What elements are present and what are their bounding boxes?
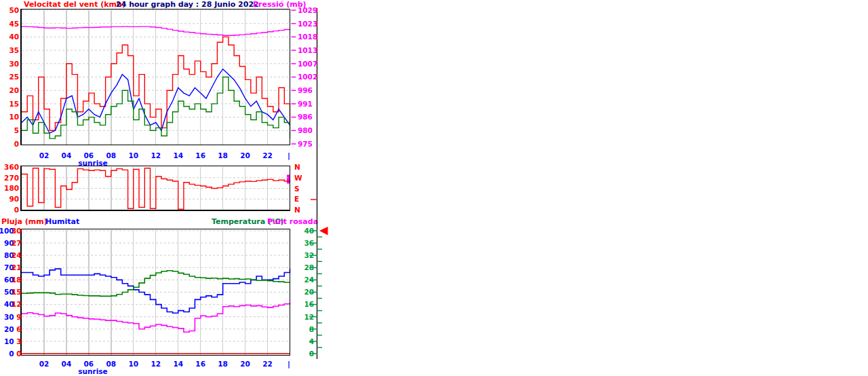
compass-axis-label: N bbox=[294, 206, 300, 214]
wind-axis-label: 40 bbox=[9, 33, 19, 41]
temp-axis-label: 40 bbox=[304, 227, 314, 235]
temp-axis-label: 28 bbox=[304, 263, 314, 271]
x-axis-label-top: 20 bbox=[240, 151, 250, 159]
weather-graph-page: Velocitat del vent (kmh) 24 hour graph d… bbox=[0, 0, 868, 376]
x-axis-label-top: 04 bbox=[62, 151, 72, 159]
x-axis-label-top: 14 bbox=[173, 151, 183, 159]
rain-axis-label: 9 bbox=[16, 313, 21, 321]
temp-axis-label: 4 bbox=[309, 337, 314, 345]
dew-point-header: Punt rosada bbox=[267, 217, 318, 226]
rain-header: Pluja (mm) bbox=[1, 217, 47, 226]
rain-axis-label: 30 bbox=[12, 227, 22, 235]
x-axis-end-tick-bottom: | bbox=[288, 360, 290, 369]
x-axis-label-top: 18 bbox=[218, 151, 228, 159]
x-axis-label-bottom: 08 bbox=[106, 360, 117, 368]
direction-current-marker-icon bbox=[287, 175, 290, 184]
direction-axis-label: 0 bbox=[14, 206, 19, 214]
rain-axis-label: 3 bbox=[16, 337, 21, 345]
temp-axis-label: 0 bbox=[309, 350, 314, 358]
x-axis-label-bottom: 12 bbox=[151, 360, 161, 368]
x-axis-label-bottom: 02 bbox=[39, 360, 50, 368]
x-axis-label-bottom: 18 bbox=[218, 360, 228, 368]
pressure-axis-label: 1023 bbox=[298, 20, 317, 28]
pressure-axis-label: 1007 bbox=[298, 60, 317, 68]
x-axis-label-top: 06 bbox=[84, 151, 94, 159]
temp-axis-label: 36 bbox=[304, 239, 314, 247]
rain-axis-label: 24 bbox=[12, 251, 22, 259]
x-axis-end-tick-top: | bbox=[288, 151, 290, 160]
pressure-axis-label: 1002 bbox=[298, 73, 317, 81]
x-axis-label-top: 12 bbox=[151, 151, 161, 159]
temp-axis-label: 16 bbox=[304, 300, 314, 308]
compass-axis-label: N bbox=[294, 163, 300, 171]
pressure-axis-label: 980 bbox=[298, 126, 313, 134]
wind-axis-label: 25 bbox=[9, 73, 19, 81]
x-axis-label-top: 02 bbox=[39, 151, 50, 159]
sunrise-label-bottom: sunrise bbox=[78, 367, 107, 375]
wind-axis-label: 35 bbox=[9, 46, 19, 54]
weather-graphs-canvas: Velocitat del vent (kmh) 24 hour graph d… bbox=[0, 0, 868, 376]
x-axis-label-bottom: 14 bbox=[173, 360, 183, 368]
page-title: 24 hour graph day : 28 Junio 2022 bbox=[116, 0, 259, 9]
wind-speed-header: Velocitat del vent (kmh) bbox=[24, 0, 125, 9]
rain-axis-label: 21 bbox=[12, 263, 22, 271]
humidity-header: Humitat bbox=[45, 217, 79, 226]
rain-axis-label: 15 bbox=[12, 288, 22, 296]
rain-axis-label: 18 bbox=[12, 276, 22, 284]
wind-axis-label: 20 bbox=[9, 86, 19, 94]
x-axis-label-bottom: 16 bbox=[195, 360, 205, 368]
compass-axis-label: W bbox=[294, 174, 302, 182]
current-value-arrow-icon bbox=[319, 227, 328, 236]
x-axis-label-top: 10 bbox=[128, 151, 138, 159]
humidity-axis-label: 30 bbox=[4, 313, 14, 321]
direction-axis-label: 360 bbox=[4, 163, 19, 171]
wind-axis-label: 30 bbox=[9, 60, 19, 68]
rain-axis-label: 0 bbox=[16, 350, 21, 358]
wind-axis-label: 15 bbox=[9, 100, 19, 108]
wind-axis-label: 0 bbox=[14, 140, 19, 148]
temp-axis-label: 8 bbox=[309, 325, 314, 333]
direction-axis-label: 180 bbox=[4, 184, 19, 192]
temp-axis-label: 20 bbox=[304, 288, 314, 296]
x-axis-label-bottom: 20 bbox=[240, 360, 250, 368]
pressure-axis-label: 1029 bbox=[298, 6, 317, 14]
compass-axis-label: E bbox=[294, 195, 299, 203]
direction-axis-label: 270 bbox=[4, 174, 19, 182]
rain-axis-label: 12 bbox=[12, 300, 22, 308]
rain-axis-label: 6 bbox=[16, 325, 21, 333]
temp-axis-label: 12 bbox=[304, 313, 314, 321]
pressure-axis-label: 986 bbox=[298, 113, 313, 121]
pressure-axis-label: 996 bbox=[298, 86, 313, 94]
x-axis-label-top: 08 bbox=[106, 151, 117, 159]
wind-axis-label: 50 bbox=[9, 6, 19, 14]
wind-axis-label: 5 bbox=[14, 126, 19, 134]
temp-axis-label: 24 bbox=[304, 276, 314, 284]
x-axis-label-bottom: 10 bbox=[128, 360, 138, 368]
wind-axis-label: 45 bbox=[9, 20, 19, 28]
wind-axis-label: 10 bbox=[9, 113, 19, 121]
compass-axis-label: S bbox=[294, 185, 300, 193]
pressure-axis-label: 1013 bbox=[298, 46, 317, 54]
humidity-axis-label: 0 bbox=[9, 350, 14, 358]
x-axis-label-top: 22 bbox=[262, 151, 273, 159]
temp-axis-label: 32 bbox=[304, 251, 314, 259]
x-axis-label-bottom: 22 bbox=[262, 360, 273, 368]
direction-axis-label: 90 bbox=[9, 195, 19, 203]
x-axis-label-bottom: 04 bbox=[62, 360, 72, 368]
rain-axis-label: 27 bbox=[12, 239, 22, 247]
x-axis-label-bottom: 06 bbox=[84, 360, 94, 368]
pressure-axis-label: 991 bbox=[298, 100, 313, 108]
humidity-axis-label: 20 bbox=[4, 325, 14, 333]
humidity-axis-label: 10 bbox=[4, 337, 14, 345]
x-axis-label-top: 16 bbox=[195, 151, 205, 159]
pressure-axis-label: 975 bbox=[298, 140, 313, 148]
pressure-axis-label: 1018 bbox=[298, 33, 317, 41]
